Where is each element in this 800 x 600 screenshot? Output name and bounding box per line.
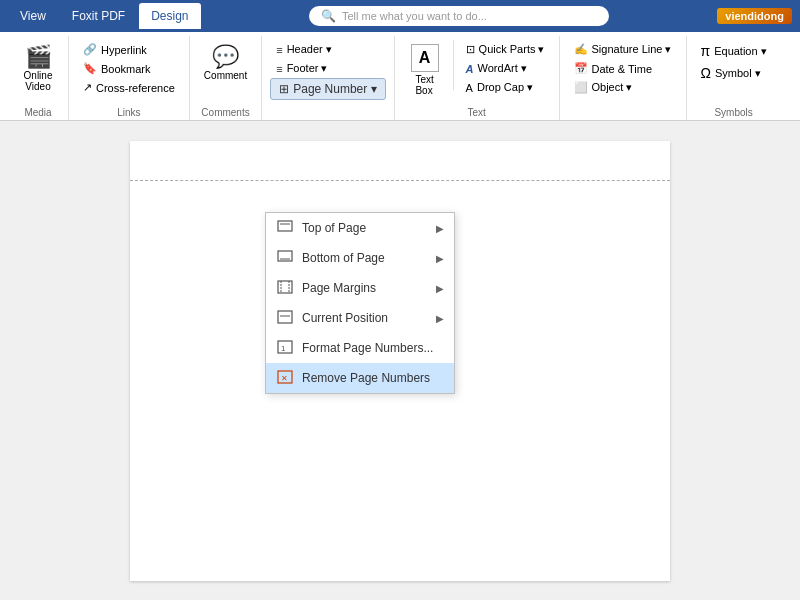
equation-label: Equation ▾ xyxy=(714,45,766,58)
menu-item-format-page-numbers[interactable]: 1 Format Page Numbers... xyxy=(266,333,454,363)
object-label: Object ▾ xyxy=(592,81,633,94)
cross-reference-icon: ↗ xyxy=(83,81,92,94)
comment-button[interactable]: 💬 Comment xyxy=(198,40,253,85)
format-page-numbers-left: 1 Format Page Numbers... xyxy=(276,339,433,357)
insert-col: ✍ Signature Line ▾ 📅 Date & Time ⬜ Objec… xyxy=(568,40,678,97)
menu-item-bottom-of-page[interactable]: Bottom of Page ▶ xyxy=(266,243,454,273)
menu-item-page-margins[interactable]: Page Margins ▶ xyxy=(266,273,454,303)
symbol-label: Symbol ▾ xyxy=(715,67,761,80)
comment-label: Comment xyxy=(204,70,247,81)
equation-button[interactable]: π Equation ▾ xyxy=(695,40,773,62)
menu-item-top-of-page[interactable]: Top of Page ▶ xyxy=(266,213,454,243)
format-page-numbers-icon: 1 xyxy=(276,339,294,357)
symbol-button[interactable]: Ω Symbol ▾ xyxy=(695,62,773,84)
wordart-label: WordArt ▾ xyxy=(478,62,527,75)
page-number-label: Page Number ▾ xyxy=(293,82,376,96)
ribbon-group-symbols: π Equation ▾ Ω Symbol ▾ Symbols xyxy=(687,36,781,120)
ribbon: 🎬 OnlineVideo Media 🔗 Hyperlink 🔖 Bookma… xyxy=(0,32,800,121)
bottom-of-page-icon xyxy=(276,249,294,267)
page-margins-label: Page Margins xyxy=(302,281,376,295)
date-time-icon: 📅 xyxy=(574,62,588,75)
format-page-numbers-label: Format Page Numbers... xyxy=(302,341,433,355)
bookmark-button[interactable]: 🔖 Bookmark xyxy=(77,59,181,78)
symbols-group-label: Symbols xyxy=(714,105,752,120)
links-group-label: Links xyxy=(117,105,140,120)
svg-rect-0 xyxy=(278,221,292,231)
top-of-page-left: Top of Page xyxy=(276,219,366,237)
signature-line-label: Signature Line ▾ xyxy=(592,43,672,56)
online-video-button[interactable]: 🎬 OnlineVideo xyxy=(16,40,60,96)
svg-text:✕: ✕ xyxy=(281,374,288,383)
title-right: viendidong xyxy=(717,8,792,24)
hyperlink-button[interactable]: 🔗 Hyperlink xyxy=(77,40,181,59)
header-button[interactable]: ≡ Header ▾ xyxy=(270,40,385,59)
text-group-label: Text xyxy=(467,105,485,120)
text-items: A TextBox ⊡ Quick Parts ▾ A WordArt ▾ A xyxy=(403,36,551,105)
insert-items: ✍ Signature Line ▾ 📅 Date & Time ⬜ Objec… xyxy=(568,36,678,116)
ribbon-group-media: 🎬 OnlineVideo Media xyxy=(8,36,69,120)
menu-item-remove-page-numbers[interactable]: ✕ Remove Page Numbers xyxy=(266,363,454,393)
text-box-button[interactable]: A TextBox xyxy=(403,40,447,100)
tab-design[interactable]: Design xyxy=(139,3,200,29)
quick-parts-label: Quick Parts ▾ xyxy=(479,43,545,56)
symbols-items: π Equation ▾ Ω Symbol ▾ xyxy=(695,36,773,105)
links-col: 🔗 Hyperlink 🔖 Bookmark ↗ Cross-reference xyxy=(77,40,181,97)
tab-view[interactable]: View xyxy=(8,3,58,29)
signature-line-icon: ✍ xyxy=(574,43,588,56)
bookmark-icon: 🔖 xyxy=(83,62,97,75)
remove-page-numbers-left: ✕ Remove Page Numbers xyxy=(276,369,430,387)
object-button[interactable]: ⬜ Object ▾ xyxy=(568,78,678,97)
svg-rect-4 xyxy=(278,281,292,293)
wordart-button[interactable]: A WordArt ▾ xyxy=(460,59,551,78)
quick-parts-button[interactable]: ⊡ Quick Parts ▾ xyxy=(460,40,551,59)
text-col: ⊡ Quick Parts ▾ A WordArt ▾ A Drop Cap ▾ xyxy=(460,40,551,97)
online-video-label: OnlineVideo xyxy=(24,70,53,92)
hyperlink-icon: 🔗 xyxy=(83,43,97,56)
header-footer-col: ≡ Header ▾ ≡ Footer ▾ ⊞ Page Number ▾ xyxy=(270,40,385,100)
links-items: 🔗 Hyperlink 🔖 Bookmark ↗ Cross-reference xyxy=(77,36,181,105)
text-separator xyxy=(453,40,454,90)
page-margins-arrow: ▶ xyxy=(436,283,444,294)
drop-cap-button[interactable]: A Drop Cap ▾ xyxy=(460,78,551,97)
search-bar[interactable]: 🔍 Tell me what you want to do... xyxy=(309,6,609,26)
drop-cap-label: Drop Cap ▾ xyxy=(477,81,533,94)
date-time-button[interactable]: 📅 Date & Time xyxy=(568,59,678,78)
cross-reference-button[interactable]: ↗ Cross-reference xyxy=(77,78,181,97)
current-position-left: Current Position xyxy=(276,309,388,327)
media-group-label: Media xyxy=(24,105,51,120)
remove-page-numbers-label: Remove Page Numbers xyxy=(302,371,430,385)
current-position-label: Current Position xyxy=(302,311,388,325)
text-box-label: TextBox xyxy=(415,74,433,96)
comments-items: 💬 Comment xyxy=(198,36,253,105)
signature-line-button[interactable]: ✍ Signature Line ▾ xyxy=(568,40,678,59)
date-time-label: Date & Time xyxy=(592,63,653,75)
page-number-button[interactable]: ⊞ Page Number ▾ xyxy=(270,78,385,100)
page-margins-left: Page Margins xyxy=(276,279,376,297)
wordart-icon: A xyxy=(466,63,474,75)
menu-item-current-position[interactable]: Current Position ▶ xyxy=(266,303,454,333)
media-items: 🎬 OnlineVideo xyxy=(16,36,60,105)
top-of-page-icon xyxy=(276,219,294,237)
header-footer-items: ≡ Header ▾ ≡ Footer ▾ ⊞ Page Number ▾ xyxy=(270,36,385,116)
hyperlink-label: Hyperlink xyxy=(101,44,147,56)
footer-icon: ≡ xyxy=(276,63,282,75)
ribbon-tabs: View Foxit PDF Design xyxy=(8,3,201,29)
tab-foxit[interactable]: Foxit PDF xyxy=(60,3,137,29)
page-margins-icon xyxy=(276,279,294,297)
search-icon: 🔍 xyxy=(321,9,336,23)
symbol-icon: Ω xyxy=(701,65,711,81)
document-header xyxy=(130,141,670,181)
top-of-page-label: Top of Page xyxy=(302,221,366,235)
bottom-of-page-arrow: ▶ xyxy=(436,253,444,264)
ribbon-groups: 🎬 OnlineVideo Media 🔗 Hyperlink 🔖 Bookma… xyxy=(0,32,800,120)
ribbon-group-header-footer: ≡ Header ▾ ≡ Footer ▾ ⊞ Page Number ▾ xyxy=(262,36,394,120)
cross-reference-label: Cross-reference xyxy=(96,82,175,94)
footer-button[interactable]: ≡ Footer ▾ xyxy=(270,59,385,78)
ribbon-group-text: A TextBox ⊡ Quick Parts ▾ A WordArt ▾ A xyxy=(395,36,560,120)
header-label: Header ▾ xyxy=(287,43,332,56)
bottom-of-page-label: Bottom of Page xyxy=(302,251,385,265)
drop-cap-icon: A xyxy=(466,82,473,94)
page-number-icon: ⊞ xyxy=(279,82,289,96)
comments-group-label: Comments xyxy=(201,105,249,120)
footer-label: Footer ▾ xyxy=(287,62,328,75)
